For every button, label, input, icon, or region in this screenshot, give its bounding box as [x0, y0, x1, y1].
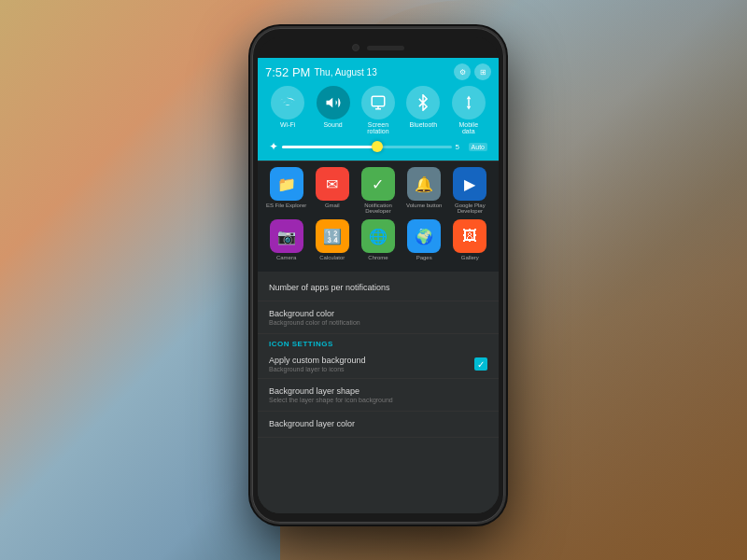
calculator-label: Calculator [319, 255, 345, 260]
chrome-icon: 🌐 [361, 219, 395, 253]
settings-layer-shape[interactable]: Background layer shape Select the layer … [258, 379, 499, 412]
pages-icon: 🌍 [407, 219, 441, 253]
custom-bg-subtitle: Background layer to icons [269, 366, 474, 372]
custom-bg-title: Apply custom background [269, 356, 474, 365]
toggle-mobile-data[interactable]: Mobiledata [452, 86, 486, 134]
brightness-row: ✦ 5 Auto [265, 140, 491, 153]
bluetooth-btn[interactable] [406, 86, 440, 119]
quick-settings-panel: 7:52 PM Thu, August 13 ⚙ ⊞ [258, 58, 499, 161]
gmail-label: Gmail [325, 203, 340, 208]
mobile-data-label: Mobiledata [458, 121, 478, 134]
phone-device: 7:52 PM Thu, August 13 ⚙ ⊞ [252, 28, 504, 523]
app-volume[interactable]: 🔔 Volume button [403, 167, 444, 214]
notification-icon: ✓ [361, 167, 395, 201]
settings-panel: Number of apps per notifications Backgro… [258, 272, 499, 513]
phone-top-bar [258, 37, 499, 58]
custom-bg-left: Apply custom background Background layer… [269, 356, 474, 372]
pages-label: Pages [416, 255, 432, 260]
app-notification[interactable]: ✓ Notification Developer [358, 167, 399, 214]
es-explorer-label: ES File Explorer [266, 203, 306, 208]
settings-layer-color[interactable]: Background layer color [258, 412, 499, 438]
mobile-data-btn[interactable] [452, 86, 486, 119]
layer-color-title: Background layer color [269, 419, 487, 428]
bg-color-subtitle: Background color of notification [269, 319, 487, 326]
app-es-explorer[interactable]: 📁 ES File Explorer [266, 167, 307, 214]
gallery-label: Gallery [461, 255, 479, 260]
svg-rect-1 [372, 96, 385, 106]
quick-toggles: Wi-Fi Sound [265, 86, 491, 134]
brightness-track[interactable] [282, 146, 452, 148]
brightness-auto: Auto [469, 143, 487, 151]
gmail-icon: ✉ [316, 167, 349, 201]
bluetooth-label: Bluetooth [410, 121, 438, 128]
status-date: Thu, August 13 [314, 67, 454, 77]
toggle-bluetooth[interactable]: Bluetooth [406, 86, 440, 134]
layer-shape-title: Background layer shape [269, 386, 487, 396]
gallery-icon: 🖼 [453, 219, 486, 253]
custom-bg-checkbox[interactable]: ✓ [474, 357, 487, 371]
phone-speaker [367, 46, 404, 50]
toggle-rotation[interactable]: Screenrotation [361, 86, 395, 134]
status-icons: ⚙ ⊞ [454, 63, 491, 80]
app-pages[interactable]: 🌍 Pages [403, 219, 444, 260]
app-gmail[interactable]: ✉ Gmail [312, 167, 353, 214]
wifi-label: Wi-Fi [280, 121, 295, 128]
toggle-sound[interactable]: Sound [317, 86, 350, 134]
status-bar: 7:52 PM Thu, August 13 ⚙ ⊞ [265, 63, 491, 80]
chrome-label: Chrome [368, 255, 388, 260]
rotation-label: Screenrotation [367, 121, 388, 134]
es-explorer-icon: 📁 [270, 167, 303, 201]
sound-label: Sound [323, 121, 342, 128]
grid-icon[interactable]: ⊞ [474, 63, 491, 80]
brightness-value: 5 [456, 143, 465, 151]
app-gallery[interactable]: 🖼 Gallery [449, 219, 490, 260]
app-chrome[interactable]: 🌐 Chrome [358, 219, 399, 260]
app-play[interactable]: ▶ Google Play Developer [449, 167, 490, 214]
phone-screen: 7:52 PM Thu, August 13 ⚙ ⊞ [258, 58, 499, 513]
sound-btn[interactable] [317, 86, 350, 119]
volume-icon: 🔔 [407, 167, 441, 201]
camera-icon: 📷 [270, 219, 303, 253]
app-row-2: 📷 Camera 🔢 Calculator 🌐 Chrome 🌍 Pages [263, 219, 493, 260]
app-row-1: 📁 ES File Explorer ✉ Gmail ✓ Notificatio… [263, 167, 493, 214]
notification-label: Notification Developer [358, 203, 399, 214]
settings-icon[interactable]: ⚙ [454, 63, 471, 80]
toggle-wifi[interactable]: Wi-Fi [271, 86, 304, 134]
status-time: 7:52 PM [265, 65, 310, 79]
app-camera[interactable]: 📷 Camera [266, 219, 307, 260]
brightness-thumb[interactable] [372, 141, 383, 152]
apps-per-notif-title: Number of apps per notifications [269, 283, 487, 292]
camera-label: Camera [276, 255, 296, 260]
calculator-icon: 🔢 [316, 219, 349, 253]
app-calculator[interactable]: 🔢 Calculator [312, 219, 353, 260]
play-icon: ▶ [453, 167, 486, 201]
icon-settings-header: ICON SETTINGS [258, 334, 499, 350]
play-label: Google Play Developer [449, 203, 490, 214]
app-grid: 📁 ES File Explorer ✉ Gmail ✓ Notificatio… [258, 161, 499, 272]
rotation-btn[interactable] [361, 86, 395, 119]
volume-label: Volume button [406, 203, 442, 208]
settings-custom-bg[interactable]: Apply custom background Background layer… [258, 350, 499, 379]
bg-color-title: Background color [269, 309, 487, 318]
brightness-icon: ✦ [269, 140, 278, 153]
phone-inner: 7:52 PM Thu, August 13 ⚙ ⊞ [258, 37, 499, 513]
settings-bg-color[interactable]: Background color Background color of not… [258, 301, 499, 334]
wifi-btn[interactable] [271, 86, 304, 119]
phone-camera [352, 44, 359, 51]
layer-shape-subtitle: Select the layer shape for icon backgrou… [269, 397, 487, 403]
settings-apps-per-notif[interactable]: Number of apps per notifications [258, 275, 499, 301]
brightness-fill [282, 146, 375, 148]
svg-marker-0 [326, 98, 332, 108]
